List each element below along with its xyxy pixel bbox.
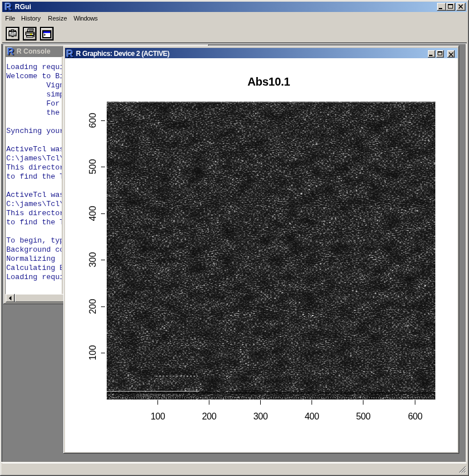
svg-text:R: R: [7, 47, 14, 56]
svg-text:200: 200: [88, 299, 98, 314]
svg-text:300: 300: [88, 252, 98, 268]
svg-text:100: 100: [88, 345, 98, 361]
svg-text:500: 500: [88, 159, 98, 175]
svg-text:600: 600: [88, 113, 98, 128]
svg-text:R: R: [67, 49, 74, 58]
svg-text:400: 400: [88, 206, 98, 221]
svg-text:R: R: [5, 2, 12, 11]
